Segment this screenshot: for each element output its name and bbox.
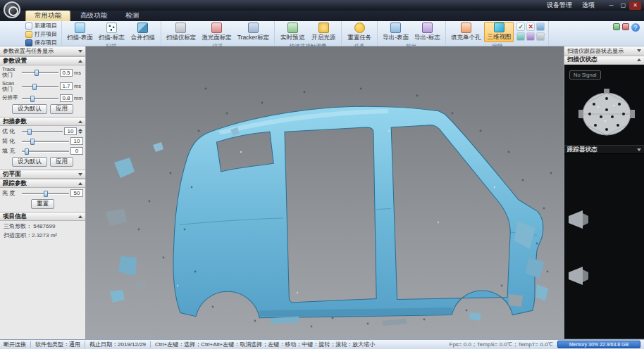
- tracker-calibration-icon: [248, 23, 259, 33]
- merge-scan-button[interactable]: 合并扫描: [128, 22, 158, 42]
- tracking-reset-button[interactable]: 重置: [31, 199, 54, 209]
- eraser-tool-icon[interactable]: [536, 32, 545, 41]
- lasso-tool-icon[interactable]: [516, 32, 525, 41]
- scan-surface-label: 扫描-表面: [67, 34, 93, 42]
- license-deadline: 截止日期：2019/12/29: [89, 341, 146, 348]
- optimize-value[interactable]: 10: [64, 127, 77, 135]
- scanp-set-default-button[interactable]: 设为默认: [12, 157, 47, 167]
- export-surface-button[interactable]: 导出-表面: [380, 22, 411, 42]
- laser-calibration-label: 激光面标定: [202, 34, 232, 42]
- connection-status: 断开连接: [4, 341, 26, 348]
- parameter-panel: 参数设置与任务显示 参数设置 Track快门 0.5 ms Scan快门 1.7…: [0, 46, 86, 339]
- track-shutter-value[interactable]: 0.5: [60, 69, 73, 77]
- 3d-viewport[interactable]: [86, 46, 564, 339]
- tab-inspection[interactable]: 检测: [117, 11, 147, 21]
- fill-hole-label: 填充单个孔: [451, 34, 481, 42]
- live-preview-button[interactable]: 实时预览: [278, 22, 307, 42]
- fill-slider[interactable]: [22, 148, 69, 155]
- track-shutter-slider[interactable]: [22, 69, 58, 76]
- menu-device-management[interactable]: 设备管理: [547, 1, 572, 10]
- tracker-status-header[interactable]: 跟踪器状态: [564, 146, 644, 154]
- select-tool-icon[interactable]: [536, 23, 545, 31]
- panel-collapse-icon[interactable]: [78, 50, 82, 53]
- scan-shutter-slider[interactable]: [22, 83, 58, 90]
- param-set-default-button[interactable]: 设为默认: [12, 104, 47, 114]
- new-project-label: 新建项目: [35, 22, 57, 30]
- cube-3d-icon: [494, 23, 504, 32]
- tracker-calibration-label: Tracker标定: [237, 34, 270, 42]
- fill-hole-button[interactable]: 填充单个孔: [449, 22, 483, 42]
- ribbon-group-task: 重置任务 任务: [342, 21, 378, 46]
- optimize-spinner[interactable]: [78, 129, 83, 134]
- ribbon-group-measure: 实时预览 开启光源 快速非接触测量: [275, 21, 342, 46]
- scanner-status-header[interactable]: 扫描仪状态: [564, 56, 644, 65]
- ribbon-group-output: 导出-表面 导出-标志 输出: [378, 21, 446, 46]
- export-markers-icon: [422, 23, 433, 33]
- simplify-slider[interactable]: [22, 138, 69, 145]
- scanp-apply-button[interactable]: 应用: [50, 157, 73, 167]
- scan-surface-icon: [75, 23, 85, 33]
- scan-surface-button[interactable]: 扫描-表面: [65, 22, 95, 42]
- export-markers-button[interactable]: 导出-标志: [412, 22, 442, 42]
- reset-task-button[interactable]: 重置任务: [345, 22, 374, 42]
- tracker-cameras-image: [564, 154, 643, 336]
- section-clip-plane[interactable]: 切平面: [0, 170, 85, 179]
- live-preview-icon: [287, 23, 298, 33]
- param-apply-button[interactable]: 应用: [50, 104, 73, 114]
- cancel-icon[interactable]: [526, 23, 535, 31]
- maximize-button[interactable]: ▢: [617, 1, 629, 10]
- scanner-calibration-icon: [175, 23, 186, 33]
- ribbon-tabs: 常用功能 高级功能 检测: [0, 11, 644, 21]
- brightness-slider[interactable]: [22, 190, 69, 197]
- save-project-button[interactable]: 保存项目: [24, 39, 58, 46]
- resolution-unit: mm: [74, 95, 83, 101]
- tab-common-functions[interactable]: 常用功能: [25, 10, 70, 21]
- help-icon[interactable]: [631, 23, 640, 32]
- ribbon: 新建项目 打开项目 保存项目 项目 扫描-表面 扫描-标志 合并扫描 扫描 扫描…: [0, 21, 644, 46]
- tracker-calibration-button[interactable]: Tracker标定: [235, 22, 272, 42]
- section-title: 切平面: [3, 170, 21, 179]
- close-button[interactable]: ✕: [629, 1, 641, 10]
- section-tracking-parameters[interactable]: 跟踪参数: [0, 179, 85, 188]
- connect-status-icon[interactable]: [613, 23, 620, 30]
- panel-collapse-icon[interactable]: [637, 49, 641, 52]
- ribbon-group-project: 新建项目 打开项目 保存项目 项目: [0, 21, 62, 46]
- 3d-scan-mesh[interactable]: [86, 46, 564, 339]
- menu-options[interactable]: 选项: [582, 1, 595, 10]
- new-project-button[interactable]: 新建项目: [24, 22, 58, 30]
- save-project-label: 保存项目: [35, 39, 57, 46]
- open-project-button[interactable]: 打开项目: [24, 30, 58, 38]
- ribbon-right-tools: [609, 21, 644, 46]
- simplify-label: 简 化: [2, 137, 20, 145]
- optimize-slider[interactable]: [22, 128, 63, 135]
- tab-advanced-functions[interactable]: 高级功能: [72, 11, 116, 21]
- confirm-icon[interactable]: [516, 23, 525, 31]
- minimize-button[interactable]: ─: [605, 1, 617, 10]
- resolution-slider[interactable]: [22, 95, 58, 102]
- ribbon-group-scan: 扫描-表面 扫描-标志 合并扫描 扫描: [62, 21, 161, 46]
- delete-selection-icon[interactable]: [526, 32, 535, 41]
- scan-markers-label: 扫描-标志: [99, 34, 125, 42]
- resolution-value[interactable]: 0.8: [60, 94, 73, 102]
- reset-task-icon: [354, 23, 365, 33]
- laser-calibration-button[interactable]: 激光面标定: [199, 22, 234, 42]
- disconnect-icon[interactable]: [622, 23, 629, 30]
- simplify-value[interactable]: 10: [70, 137, 83, 145]
- fill-value[interactable]: 0: [70, 147, 83, 155]
- section-scan-parameters[interactable]: 扫描参数: [0, 117, 85, 126]
- section-project-info[interactable]: 项目信息: [0, 212, 85, 221]
- scan-markers-button[interactable]: 扫描-标志: [97, 22, 127, 42]
- scan-shutter-value[interactable]: 1.7: [60, 82, 73, 90]
- light-source-button[interactable]: 开启光源: [309, 22, 338, 42]
- app-logo-icon: [4, 1, 20, 18]
- right-panel-title: 扫描仪跟踪器状态显示: [567, 47, 624, 55]
- car-side-panel-mesh[interactable]: [173, 106, 543, 318]
- brightness-value[interactable]: 50: [70, 189, 83, 197]
- reset-task-label: 重置任务: [347, 34, 371, 42]
- scanner-calibration-button[interactable]: 扫描仪标定: [164, 22, 199, 42]
- view-3d-button[interactable]: 三维视图: [484, 22, 514, 42]
- save-disk-icon: [25, 39, 32, 46]
- fill-label: 填 充: [2, 147, 20, 155]
- scan-markers-icon: [106, 23, 117, 33]
- section-parameter-settings[interactable]: 参数设置: [0, 56, 85, 65]
